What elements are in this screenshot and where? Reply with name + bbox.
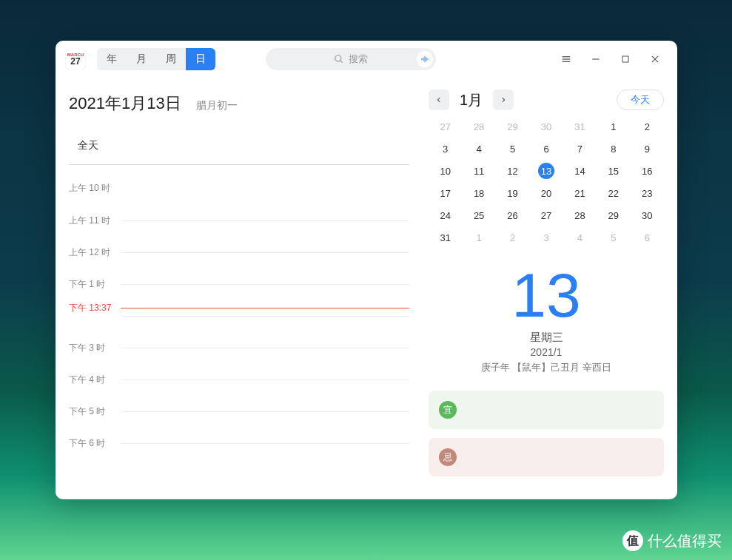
sound-wave-icon [420,55,429,64]
day-cell[interactable]: 20 [529,184,563,202]
yi-badge: 宜 [439,401,457,419]
day-cell[interactable]: 30 [529,118,563,135]
day-cell[interactable]: 19 [496,184,529,202]
watermark: 值 什么值得买 [622,530,722,551]
day-cell[interactable]: 25 [462,206,495,224]
day-cell[interactable]: 28 [462,118,495,135]
big-day-number: 13 [429,264,664,326]
day-cell[interactable]: 28 [563,206,597,224]
day-cell[interactable]: 4 [462,140,495,158]
day-cell[interactable]: 29 [496,118,529,135]
fortune-ji-card: 忌 [429,438,664,476]
next-month-button[interactable] [493,90,514,110]
maximize-icon [621,55,630,64]
view-week-tab[interactable]: 周 [156,48,186,70]
menu-button[interactable] [554,47,578,71]
day-cell[interactable]: 22 [597,184,630,202]
day-cell[interactable]: 16 [631,162,664,180]
day-cell[interactable]: 14 [563,162,597,180]
day-cell[interactable]: 31 [429,229,462,246]
day-cell[interactable]: 13 [529,162,563,180]
day-detail: 13 星期三 2021/1 庚子年 【鼠年】己丑月 辛酉日 [429,264,664,374]
app-icon-day: 27 [70,57,80,66]
view-day-tab[interactable]: 日 [186,48,215,70]
voice-search-button[interactable] [417,51,433,67]
day-cell[interactable]: 2 [496,229,529,246]
watermark-logo: 值 [622,530,643,551]
day-cell[interactable]: 1 [597,118,630,135]
now-time-label: 下午 13:37 [69,302,115,314]
search-placeholder: 搜索 [349,53,368,66]
search-input[interactable]: 搜索 [266,48,436,70]
svg-rect-11 [622,56,628,62]
time-slot[interactable]: 下午 3 时 [121,348,409,379]
ji-badge: 忌 [439,448,457,466]
lunar-date: 腊月初一 [196,99,238,112]
day-cell[interactable]: 27 [429,118,462,135]
view-month-tab[interactable]: 月 [127,48,156,70]
day-cell[interactable]: 3 [429,140,462,158]
time-label: 下午 4 时 [69,374,115,386]
close-button[interactable] [643,47,667,71]
day-cell[interactable]: 2 [631,118,664,135]
svg-line-1 [340,61,343,63]
prev-month-button[interactable] [429,90,449,110]
day-cell[interactable]: 7 [563,140,597,158]
day-cell[interactable]: 27 [529,206,563,224]
date-header: 2021年1月13日 腊月初一 [69,92,418,126]
time-slot[interactable]: 上午 11 时 [121,220,409,252]
day-cell[interactable]: 9 [631,140,664,158]
month-header: 1月 今天 [429,90,664,110]
day-cell[interactable]: 15 [597,162,630,180]
day-cell[interactable]: 1 [462,229,495,246]
day-cell[interactable]: 31 [563,118,597,135]
day-cell[interactable]: 30 [631,206,664,224]
day-cell[interactable]: 6 [631,229,664,246]
time-label: 下午 3 时 [69,342,115,354]
day-cell[interactable]: 6 [529,140,563,158]
day-cell[interactable]: 5 [597,229,630,246]
time-slot[interactable]: 下午 5 时 [121,411,409,443]
day-cell[interactable]: 10 [429,162,462,180]
time-slot[interactable]: 上午 10 时 [121,189,409,220]
time-label: 上午 12 时 [69,246,115,259]
calendar-sidebar: 1月 今天 2728293031123456789101112131415161… [418,78,677,499]
day-cell[interactable]: 23 [631,184,664,202]
day-cell[interactable]: 24 [429,206,462,224]
today-button[interactable]: 今天 [617,90,664,110]
timeline[interactable]: 上午 10 时上午 11 时上午 12 时下午 1 时下午 13:37下午 3 … [69,165,409,499]
time-slot[interactable]: 下午 6 时 [121,443,409,475]
day-cell[interactable]: 21 [563,184,597,202]
day-cell[interactable]: 29 [597,206,630,224]
time-slot[interactable]: 下午 4 时 [121,379,409,411]
day-cell[interactable]: 11 [462,162,495,180]
day-cell[interactable]: 26 [496,206,529,224]
time-slot[interactable]: 下午 1 时 [121,284,409,316]
maximize-button[interactable] [614,47,637,71]
day-cell[interactable]: 12 [496,162,529,180]
watermark-text: 什么值得买 [648,531,722,551]
time-slot[interactable]: 下午 13:37 [121,316,409,348]
day-cell[interactable]: 4 [563,229,597,246]
mini-calendar: 2728293031123456789101112131415161718192… [429,118,664,246]
time-label: 下午 6 时 [69,437,115,450]
search-icon [334,54,344,64]
fortune-yi-card: 宜 [429,391,664,429]
chevron-right-icon [500,96,507,104]
time-label: 上午 10 时 [69,182,115,195]
current-date: 2021年1月13日 [69,92,181,115]
lunar-full-label: 庚子年 【鼠年】己丑月 辛酉日 [429,361,664,374]
allday-row[interactable]: 全天 [69,126,409,165]
day-cell[interactable]: 8 [597,140,630,158]
day-cell[interactable]: 3 [529,229,563,246]
time-slot[interactable]: 上午 12 时 [121,252,409,284]
view-year-tab[interactable]: 年 [97,48,127,70]
time-label: 下午 5 时 [69,405,115,418]
day-cell[interactable]: 17 [429,184,462,202]
menu-icon [560,53,572,65]
day-cell[interactable]: 18 [462,184,495,202]
day-cell[interactable]: 5 [496,140,529,158]
now-indicator: 下午 13:37 [121,308,409,308]
day-schedule-pane: 2021年1月13日 腊月初一 全天 上午 10 时上午 11 时上午 12 时… [56,78,418,499]
minimize-button[interactable] [584,47,608,71]
